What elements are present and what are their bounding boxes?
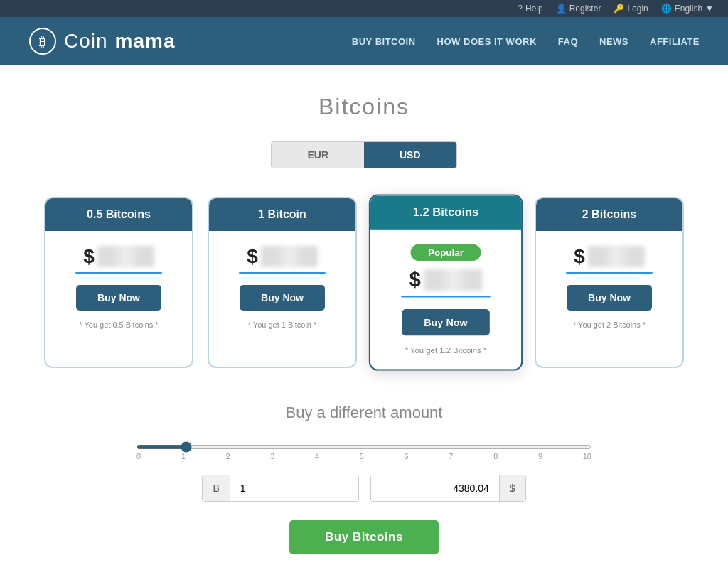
btc-input-group: B xyxy=(202,475,358,502)
price-display: $ xyxy=(220,245,344,268)
different-amount-section: Buy a different amount 0 1 2 3 4 5 6 7 8… xyxy=(43,404,685,554)
amount-slider[interactable] xyxy=(136,445,592,449)
nav-faq[interactable]: FAQ xyxy=(558,36,578,47)
buy-now-button-0.5[interactable]: Buy Now xyxy=(76,285,161,311)
input-row: B $ xyxy=(43,475,685,502)
btc-prefix: B xyxy=(203,475,230,501)
buy-now-button-1[interactable]: Buy Now xyxy=(240,285,325,311)
title-divider: Bitcoins xyxy=(43,94,685,120)
nav-affiliate[interactable]: AFFILIATE xyxy=(650,36,700,47)
nav-news[interactable]: NEWS xyxy=(599,36,628,47)
login-link[interactable]: 🔑 Login xyxy=(614,4,648,14)
logo[interactable]: ₿ Coinmama xyxy=(28,27,176,55)
nav-how-it-works[interactable]: HOW DOES IT WORK xyxy=(437,36,537,47)
card-body: $ Buy Now * You get 0.5 Bitcoins * xyxy=(46,231,192,343)
svg-text:₿: ₿ xyxy=(39,35,46,49)
usd-suffix: $ xyxy=(499,475,525,501)
card-2-bitcoin: 2 Bitcoins $ Buy Now * You get 2 Bitcoin… xyxy=(535,197,684,368)
you-get-label: * You get 1.2 Bitcoins * xyxy=(382,346,509,355)
card-body: $ Buy Now * You get 2 Bitcoins * xyxy=(536,231,682,343)
card-0.5-bitcoin: 0.5 Bitcoins $ Buy Now * You get 0.5 Bit… xyxy=(44,197,193,368)
card-body: $ Buy Now * You get 1 Bitcoin * xyxy=(209,231,355,343)
top-bar: ? Help 👤 Register 🔑 Login 🌐 English ▼ xyxy=(0,0,728,17)
chevron-down-icon: ▼ xyxy=(705,4,714,14)
currency-toggle: EUR USD xyxy=(43,141,685,168)
card-header: 0.5 Bitcoins xyxy=(46,198,192,231)
price-display: $ xyxy=(547,245,671,268)
nav-buy-bitcoin[interactable]: BUY BITCOIN xyxy=(352,36,416,47)
card-1.2-bitcoin-featured: 1.2 Bitcoins Popular $ Buy Now * You get… xyxy=(369,194,523,370)
help-icon: ? xyxy=(518,4,523,14)
card-header: 1 Bitcoin xyxy=(209,198,355,231)
page-title: Bitcoins xyxy=(318,94,410,120)
eur-toggle[interactable]: EUR xyxy=(272,142,364,168)
btc-amount-input[interactable] xyxy=(230,475,358,501)
usd-toggle[interactable]: USD xyxy=(364,142,456,168)
buy-now-button-2[interactable]: Buy Now xyxy=(567,285,652,311)
card-body: Popular $ Buy Now * You get 1.2 Bitcoins… xyxy=(370,230,521,370)
card-1-bitcoin: 1 Bitcoin $ Buy Now * You get 1 Bitcoin … xyxy=(208,197,357,368)
user-icon: 👤 xyxy=(556,4,567,14)
buy-bitcoins-button[interactable]: Buy Bitcoins xyxy=(289,520,439,554)
toggle-group: EUR USD xyxy=(271,141,456,168)
card-header: 2 Bitcoins xyxy=(536,198,682,231)
price-value-blur xyxy=(424,269,482,291)
price-underline xyxy=(566,272,653,274)
divider-right xyxy=(424,107,509,107)
header: ₿ Coinmama BUY BITCOIN HOW DOES IT WORK … xyxy=(0,17,728,65)
page-title-section: Bitcoins xyxy=(43,94,685,120)
main-nav: BUY BITCOIN HOW DOES IT WORK FAQ NEWS AF… xyxy=(352,36,700,47)
globe-icon: 🌐 xyxy=(661,4,672,14)
usd-input-group: $ xyxy=(370,475,526,502)
different-amount-title: Buy a different amount xyxy=(43,404,685,422)
price-display: $ xyxy=(57,245,181,268)
language-selector[interactable]: 🌐 English ▼ xyxy=(661,4,714,14)
price-underline xyxy=(401,296,490,298)
cards-section: 0.5 Bitcoins $ Buy Now * You get 0.5 Bit… xyxy=(43,197,685,368)
help-link[interactable]: ? Help xyxy=(518,4,542,14)
slider-labels: 0 1 2 3 4 5 6 7 8 9 10 xyxy=(136,452,592,461)
logo-icon: ₿ xyxy=(28,27,57,55)
buy-now-button-1.2[interactable]: Buy Now xyxy=(402,309,489,335)
card-header: 1.2 Bitcoins xyxy=(370,195,521,229)
price-underline xyxy=(75,272,162,274)
price-display: $ xyxy=(382,268,509,291)
you-get-label: * You get 2 Bitcoins * xyxy=(547,321,671,329)
divider-left xyxy=(219,107,304,107)
login-icon: 🔑 xyxy=(614,4,624,14)
price-underline xyxy=(239,272,326,274)
main-content: Bitcoins EUR USD 0.5 Bitcoins $ Buy Now … xyxy=(0,65,728,587)
you-get-label: * You get 0.5 Bitcoins * xyxy=(57,321,181,329)
popular-badge: Popular xyxy=(410,244,481,261)
price-value-blur xyxy=(588,246,645,267)
usd-amount-input[interactable] xyxy=(371,475,499,501)
register-link[interactable]: 👤 Register xyxy=(556,4,601,14)
price-value-blur xyxy=(97,246,154,267)
buy-btn-section: Buy Bitcoins xyxy=(43,520,685,554)
you-get-label: * You get 1 Bitcoin * xyxy=(220,321,344,329)
slider-container: 0 1 2 3 4 5 6 7 8 9 10 xyxy=(122,439,606,461)
price-value-blur xyxy=(261,246,318,267)
